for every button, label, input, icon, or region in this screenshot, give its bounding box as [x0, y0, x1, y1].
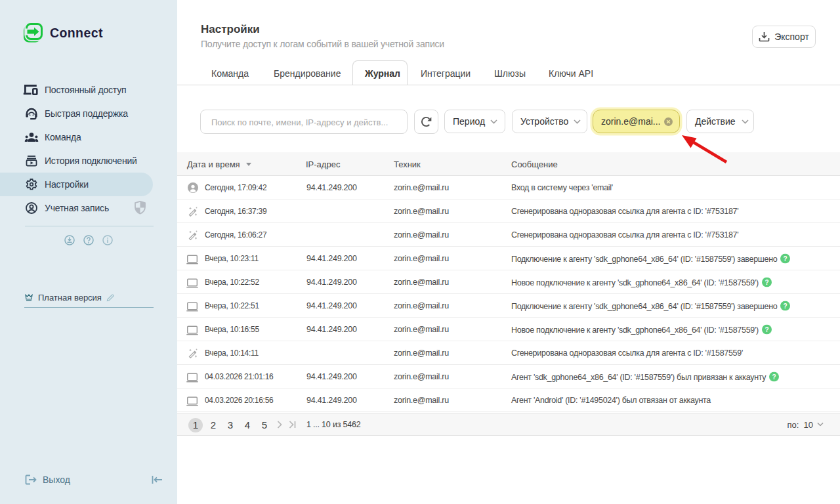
- svg-text:?: ?: [772, 373, 776, 380]
- svg-text:?: ?: [784, 302, 788, 309]
- svg-text:?: ?: [765, 326, 768, 333]
- svg-text:?: ?: [765, 278, 768, 285]
- svg-text:?: ?: [784, 255, 788, 262]
